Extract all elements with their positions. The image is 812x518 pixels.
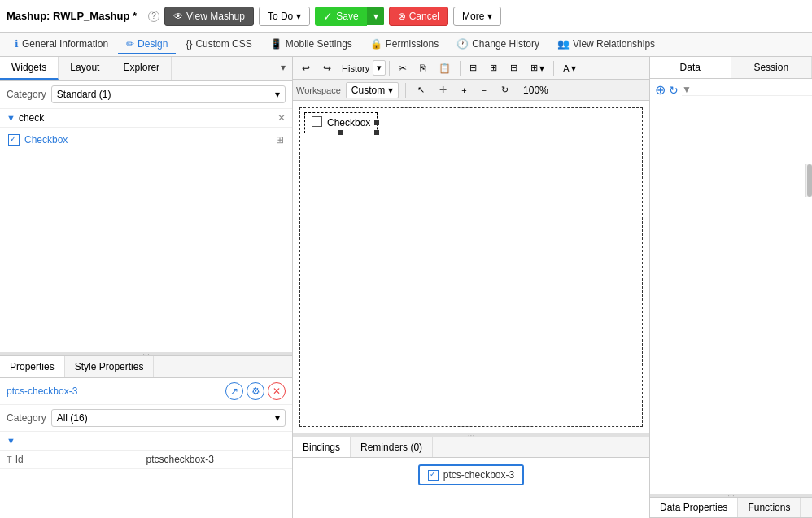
grid-btn-3[interactable]: ⊟ xyxy=(504,60,523,76)
align-button[interactable]: ⊞ ▾ xyxy=(525,60,550,76)
grid-btn-2[interactable]: ⊞ xyxy=(484,60,503,76)
category-row: Category Standard (1) ▾ xyxy=(0,81,292,109)
main-workspace: ↩ ↪ History ▾ ✂ ⎘ xyxy=(293,57,812,518)
tab-style-properties[interactable]: Style Properties xyxy=(65,356,155,377)
tab-change-history[interactable]: 🕐 Change History xyxy=(448,35,548,54)
tab-bindings[interactable]: Bindings xyxy=(293,437,351,457)
paste-icon: 📋 xyxy=(439,63,451,74)
topbar: Mashup: RWLP_Mashup * ? 👁 View Mashup To… xyxy=(0,0,812,33)
bindings-tabs-bar: Bindings Reminders (0) xyxy=(293,437,649,458)
help-icon[interactable]: ? xyxy=(148,11,159,22)
settings-button[interactable]: ⚙ xyxy=(247,382,264,400)
tab-layout[interactable]: Layout xyxy=(59,57,111,80)
tab-expand-button[interactable]: ▾ xyxy=(274,57,292,80)
text-dropdown-icon: ▾ xyxy=(571,63,576,74)
scrollbar[interactable] xyxy=(805,163,812,325)
refresh-data-button[interactable]: ↻ xyxy=(669,84,679,97)
remove-tool[interactable]: − xyxy=(477,83,491,98)
gear-icon: ⚙ xyxy=(251,385,260,397)
widget-list: Checkbox ⊞ xyxy=(0,128,292,352)
nav-tabs: ℹ General Information ✏ Design {} Custom… xyxy=(0,33,812,57)
more-button[interactable]: More ▾ xyxy=(453,7,501,26)
resize-handle-s[interactable] xyxy=(338,130,343,135)
close-props-button[interactable]: ✕ xyxy=(268,382,286,400)
filter-clear-button[interactable]: ✕ xyxy=(277,112,286,124)
tab-widgets[interactable]: Widgets xyxy=(0,57,59,80)
cancel-icon: ⊗ xyxy=(398,11,406,22)
data-panel: Data Session ⊕ ↻ ▼ xyxy=(649,57,812,518)
workspace-sep-1 xyxy=(405,83,406,98)
widget-tabs-bar: Widgets Layout Explorer ▾ xyxy=(0,57,292,81)
tab-design[interactable]: ✏ Design xyxy=(118,35,176,54)
undo-button[interactable]: ↩ xyxy=(296,60,316,76)
cut-button[interactable]: ✂ xyxy=(393,60,413,76)
binding-chip-icon xyxy=(428,470,439,481)
properties-panel: Properties Style Properties ptcs-checkbo… xyxy=(0,355,292,518)
save-dropdown-button[interactable]: ▾ xyxy=(367,7,384,25)
copy-icon: ⎘ xyxy=(420,63,426,74)
cursor-tool[interactable]: ↖ xyxy=(413,82,430,98)
move-tool[interactable]: ✛ xyxy=(434,82,452,98)
widget-filter-input[interactable] xyxy=(19,112,274,124)
props-header: ptcs-checkbox-3 ↗ ⚙ ✕ xyxy=(0,378,292,405)
paste-button[interactable]: 📋 xyxy=(433,60,456,76)
eye-icon: 👁 xyxy=(173,11,183,22)
tab-permissions[interactable]: 🔒 Permissions xyxy=(362,35,447,54)
grid-btn-1[interactable]: ⊟ xyxy=(464,60,482,76)
share-icon: ↗ xyxy=(230,385,238,397)
text-button[interactable]: A ▾ xyxy=(557,60,581,76)
data-filter-input[interactable] xyxy=(695,84,812,95)
resize-handle-se[interactable] xyxy=(374,130,379,135)
binding-chip[interactable]: ptcs-checkbox-3 xyxy=(418,464,524,485)
tab-functions[interactable]: Functions xyxy=(738,498,801,517)
workspace-dropdown[interactable]: Custom ▾ xyxy=(346,82,399,98)
props-category-row: Category All (16) ▾ xyxy=(0,405,292,432)
tab-data-properties[interactable]: Data Properties xyxy=(650,498,738,517)
more-dropdown-icon: ▾ xyxy=(487,11,492,22)
tab-session[interactable]: Session xyxy=(731,57,813,78)
props-filter-input[interactable] xyxy=(19,435,286,446)
checkbox-widget[interactable]: Checkbox xyxy=(304,112,378,133)
tab-properties[interactable]: Properties xyxy=(0,356,65,377)
history-dropdown[interactable]: ▾ xyxy=(373,60,386,76)
add-data-button[interactable]: ⊕ xyxy=(655,82,666,98)
toolbar-separator-3 xyxy=(553,61,554,76)
left-panel: Widgets Layout Explorer ▾ Category Stand… xyxy=(0,57,293,518)
tab-explorer[interactable]: Explorer xyxy=(111,57,172,80)
props-table: T Id ptcscheckbox-3 xyxy=(0,451,292,518)
history-control: History ▾ xyxy=(338,60,386,76)
todo-button[interactable]: To Do ▾ xyxy=(260,7,309,25)
tab-view-relationships[interactable]: 👥 View Relationships xyxy=(549,35,663,54)
refresh-tool[interactable]: ↻ xyxy=(496,82,513,98)
tab-custom-css[interactable]: {} Custom CSS xyxy=(177,35,260,54)
props-category-select[interactable]: All (16) ▾ xyxy=(51,409,286,427)
cancel-button[interactable]: ⊗ Cancel xyxy=(389,7,448,26)
table-row: T Id ptcscheckbox-3 xyxy=(0,451,292,469)
design-icon: ✏ xyxy=(126,38,134,50)
list-item[interactable]: Checkbox ⊞ xyxy=(7,131,286,149)
tab-mobile-settings[interactable]: 📱 Mobile Settings xyxy=(262,35,360,54)
bindings-content: ptcs-checkbox-3 xyxy=(293,458,649,492)
tab-reminders[interactable]: Reminders (0) xyxy=(351,437,433,457)
cut-icon: ✂ xyxy=(399,63,407,74)
tab-data[interactable]: Data xyxy=(650,57,731,78)
resize-handle-e[interactable] xyxy=(374,120,379,125)
toolbar-separator-2 xyxy=(460,61,461,76)
canvas-border xyxy=(299,107,643,427)
relationships-icon: 👥 xyxy=(557,38,570,50)
workspace-row: Workspace Custom ▾ ↖ ✛ + − ↻ 100% xyxy=(293,80,649,101)
view-mashup-button[interactable]: 👁 View Mashup xyxy=(164,7,254,26)
redo-button[interactable]: ↪ xyxy=(317,60,337,76)
center-workspace: ↩ ↪ History ▾ ✂ ⎘ xyxy=(293,57,649,518)
add-tool[interactable]: + xyxy=(456,83,471,98)
tab-general-information[interactable]: ℹ General Information xyxy=(7,35,116,54)
zoom-dropdown[interactable]: 100% xyxy=(518,82,553,98)
save-button[interactable]: ✓ Save xyxy=(315,7,366,26)
category-select[interactable]: Standard (1) ▾ xyxy=(51,85,286,103)
data-filter-inline: ▼ xyxy=(682,84,812,96)
copy-button[interactable]: ⎘ xyxy=(414,60,431,76)
share-button[interactable]: ↗ xyxy=(225,382,243,400)
props-tabs-bar: Properties Style Properties xyxy=(0,356,292,378)
canvas[interactable]: Checkbox xyxy=(293,101,649,433)
history-icon: 🕐 xyxy=(456,38,469,50)
